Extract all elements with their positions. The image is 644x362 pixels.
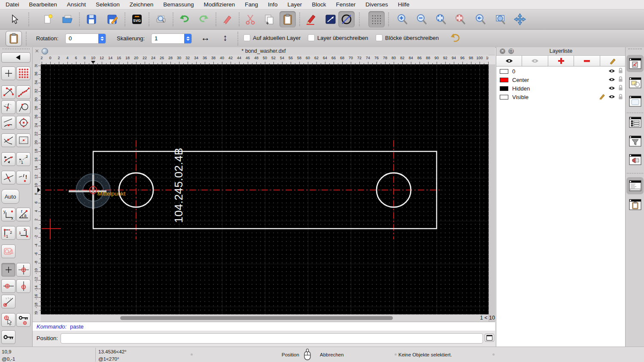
- drag-handle[interactable]: [3, 48, 30, 51]
- layer-row-center[interactable]: Center: [496, 75, 626, 84]
- menu-fenster[interactable]: Fenster: [336, 1, 355, 8]
- snap-endpoints-button[interactable]: [1, 85, 15, 99]
- eraser-button[interactable]: [219, 11, 235, 27]
- lock-relative-zero-button[interactable]: [16, 313, 30, 327]
- flip-vertical-button[interactable]: ↕: [223, 33, 228, 43]
- snap-reference-button[interactable]: [16, 133, 30, 147]
- back-button[interactable]: [448, 32, 461, 44]
- undo-button[interactable]: [176, 11, 192, 27]
- block-list-toggle-button[interactable]: [629, 77, 642, 89]
- checkbox-overwrite-blocks[interactable]: Blöcke überschreiben: [376, 34, 439, 41]
- layer-row-hidden[interactable]: Hidden: [496, 84, 626, 93]
- rotation-stepper[interactable]: [98, 34, 106, 43]
- snap-free-button[interactable]: [1, 66, 15, 80]
- snap-intersection-button[interactable]: [1, 171, 15, 184]
- zoom-out-button[interactable]: [413, 11, 430, 27]
- checkbox-box[interactable]: [376, 34, 383, 41]
- flip-horizontal-button[interactable]: ↔: [201, 33, 210, 43]
- coordinate-cartesian-button[interactable]: yx: [1, 208, 15, 221]
- grid-toggle-button[interactable]: [368, 11, 385, 27]
- layer-lock-icon[interactable]: [618, 94, 623, 100]
- checkbox-current-layer[interactable]: Auf aktuellen Layer: [243, 34, 301, 41]
- layer-visibility-icon[interactable]: [608, 77, 615, 82]
- set-relative-zero-button[interactable]: [1, 313, 15, 327]
- detach-command-button[interactable]: [485, 334, 494, 342]
- layer-lock-icon[interactable]: [618, 85, 623, 91]
- layer-color-swatch[interactable]: [500, 95, 508, 100]
- line-tools-button[interactable]: [322, 11, 339, 27]
- open-file-button[interactable]: [59, 11, 76, 27]
- checkbox-box[interactable]: [308, 34, 315, 41]
- layer-row-0[interactable]: 0: [496, 67, 626, 75]
- snap-center-button[interactable]: [16, 116, 30, 130]
- snap-distance-button[interactable]: 12: [16, 152, 30, 166]
- new-file-button[interactable]: [39, 11, 56, 27]
- command-line-toggle-button[interactable]: [629, 180, 642, 192]
- menu-ansicht[interactable]: Ansicht: [67, 1, 86, 8]
- restrict-angle-button[interactable]: [1, 295, 15, 308]
- zoom-previous-button[interactable]: [472, 11, 489, 27]
- library-browser-toggle-button[interactable]: [629, 95, 642, 107]
- menu-bearbeiten[interactable]: Bearbeiten: [29, 1, 57, 8]
- menu-info[interactable]: Info: [268, 1, 278, 8]
- restrict-nothing-button[interactable]: [1, 263, 15, 277]
- paste-tool-button[interactable]: [6, 31, 22, 46]
- checkbox-box[interactable]: [243, 34, 250, 41]
- restrict-vertical-button[interactable]: [16, 279, 30, 293]
- snap-grid-button[interactable]: [16, 66, 30, 80]
- pointer-tool-button[interactable]: [6, 11, 22, 27]
- menu-zeichnen[interactable]: Zeichnen: [130, 1, 154, 8]
- layer-lock-icon[interactable]: [618, 68, 623, 74]
- lock-position-button[interactable]: [1, 330, 15, 344]
- snap-nearest-button[interactable]: [1, 116, 15, 130]
- restrict-orthogonal-button[interactable]: [16, 263, 30, 277]
- menu-bemassung[interactable]: Bemassung: [163, 1, 194, 8]
- vertical-scrollbar-track[interactable]: [489, 64, 495, 322]
- circle-tools-button[interactable]: [338, 11, 355, 27]
- coordinate-polar-button[interactable]: ra: [16, 208, 30, 221]
- clipboard-panel-toggle-button[interactable]: [629, 199, 642, 211]
- menu-layer[interactable]: Layer: [288, 1, 302, 8]
- paste-button[interactable]: [279, 11, 296, 27]
- menu-diverses[interactable]: Diverses: [365, 1, 388, 8]
- position-input[interactable]: [61, 333, 483, 344]
- cut-button[interactable]: [242, 11, 258, 27]
- save-button[interactable]: [83, 11, 100, 27]
- restrict-horizontal-button[interactable]: [1, 279, 15, 293]
- command-line[interactable]: Kommando: paste: [32, 322, 495, 331]
- zoom-window-button[interactable]: [492, 11, 509, 27]
- redo-button[interactable]: [196, 11, 212, 27]
- save-as-button[interactable]: [104, 11, 120, 27]
- pan-button[interactable]: [512, 11, 528, 27]
- layer-color-swatch[interactable]: [500, 86, 508, 91]
- command-trigger-toggle-button[interactable]: [629, 154, 642, 166]
- relative-cartesian-button[interactable]: 12: [1, 226, 15, 240]
- menu-selektion[interactable]: Selektion: [96, 1, 120, 8]
- zoom-auto-button[interactable]: [433, 11, 449, 27]
- zoom-selection-button[interactable]: [452, 11, 468, 27]
- print-preview-button[interactable]: [153, 11, 169, 27]
- scale-spinner[interactable]: 1: [151, 33, 192, 44]
- snap-tangent-button[interactable]: [16, 100, 30, 114]
- selection-filter-toggle-button[interactable]: [629, 135, 642, 147]
- back-tool-button[interactable]: [1, 52, 30, 63]
- rotation-spinner[interactable]: 0: [65, 33, 106, 44]
- layer-lock-icon[interactable]: [618, 76, 623, 82]
- horizontal-scrollbar[interactable]: [41, 314, 489, 322]
- restrict-off-button[interactable]: [1, 244, 15, 258]
- menu-block[interactable]: Block: [312, 1, 326, 8]
- snap-middle-button[interactable]: [1, 133, 15, 147]
- snap-auto-mode-button[interactable]: Auto: [1, 189, 19, 204]
- layer-list-toggle-button[interactable]: [629, 57, 642, 69]
- menu-datei[interactable]: Datei: [6, 1, 19, 8]
- checkbox-overwrite-layers[interactable]: Layer überschreiben: [308, 34, 368, 41]
- layer-visibility-icon[interactable]: [608, 69, 615, 73]
- drag-handle[interactable]: [628, 48, 642, 51]
- hide-all-layers-button[interactable]: [522, 56, 548, 66]
- zoom-in-button[interactable]: [394, 11, 410, 27]
- layer-color-swatch[interactable]: [500, 69, 508, 74]
- horizontal-scrollbar-thumb[interactable]: [120, 316, 393, 320]
- layer-visibility-icon[interactable]: [608, 94, 615, 99]
- edit-layer-button[interactable]: [600, 56, 626, 66]
- copy-button[interactable]: [261, 11, 277, 27]
